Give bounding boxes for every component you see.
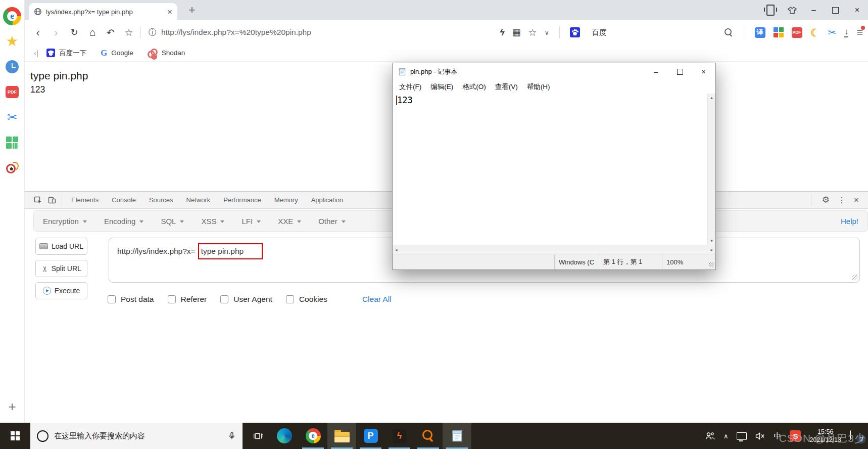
notepad-close-button[interactable]: × [692, 63, 715, 80]
help-link[interactable]: Help! [841, 217, 858, 226]
extensions-grid-icon[interactable] [774, 27, 784, 37]
taskbar-search-box[interactable]: 在这里输入你要搜索的内容 [30, 423, 243, 449]
bookmarks-toggle-icon[interactable]: ‹| [34, 49, 38, 57]
clear-all-link[interactable]: Clear All [362, 295, 392, 304]
menu-other[interactable]: Other [318, 217, 346, 226]
bookmark-star-icon[interactable]: ☆ [120, 27, 138, 38]
tab-sources[interactable]: Sources [142, 196, 180, 204]
scroll-up-icon[interactable]: ▴ [710, 95, 713, 100]
menu-xss[interactable]: XSS [201, 217, 224, 226]
sidebar-weibo-button[interactable] [2, 158, 22, 178]
scroll-right-icon[interactable]: ▸ [710, 247, 713, 252]
task-view-button[interactable] [246, 423, 270, 449]
new-tab-button[interactable]: + [184, 3, 200, 18]
menu-edit[interactable]: 编辑(E) [426, 82, 458, 92]
sidebar-screenshot-button[interactable]: ✂ [2, 107, 22, 127]
people-icon[interactable] [705, 432, 715, 440]
search-icon[interactable] [724, 28, 733, 37]
split-url-button[interactable]: ✂ Split URL [35, 260, 87, 277]
mobile-view-button[interactable] [759, 5, 781, 16]
active-tab[interactable]: lys/index.php?x= type pin.php × [29, 3, 177, 20]
horizontal-scrollbar[interactable]: ◂ ▸ [393, 245, 715, 254]
flash-icon[interactable]: ϟ [500, 28, 505, 37]
inspect-element-button[interactable] [31, 196, 45, 204]
microphone-icon[interactable] [228, 432, 236, 440]
sidebar-apps-button[interactable] [2, 132, 22, 153]
menu-help[interactable]: 帮助(H) [522, 82, 555, 92]
taskbar-edge-button[interactable] [270, 423, 299, 449]
forward-button[interactable]: › [47, 26, 65, 38]
notepad-text-area[interactable]: 123 ▴ ▾ [393, 94, 715, 245]
address-bar-url[interactable]: http://lys/index.php?x=%20type%20pin.php [161, 28, 311, 37]
tab-elements[interactable]: Elements [65, 196, 105, 204]
load-url-button[interactable]: Load URL [35, 238, 87, 255]
downloads-icon[interactable]: ↓ [844, 28, 848, 37]
tab-network[interactable]: Network [180, 196, 217, 204]
taskbar-file-explorer-button[interactable] [327, 423, 356, 449]
execute-button[interactable]: Execute [35, 282, 87, 299]
night-mode-icon[interactable]: ☾ [810, 27, 820, 38]
pdf-tool-icon[interactable]: PDF [792, 27, 802, 38]
kebab-menu-icon[interactable]: ⋮ [838, 195, 846, 205]
menu-lfi[interactable]: LFI [242, 217, 261, 226]
favorite-star-icon[interactable]: ☆ [528, 28, 537, 37]
taskbar-phpstudy-button[interactable]: P [356, 423, 385, 449]
search-engine-label[interactable]: 百度 [592, 28, 607, 37]
menu-sql[interactable]: SQL [161, 217, 184, 226]
notepad-title-bar[interactable]: pin.php - 记事本 – × [393, 63, 715, 80]
resize-grip[interactable] [706, 254, 715, 270]
site-info-icon[interactable]: ⓘ [149, 27, 157, 38]
menu-encryption[interactable]: Encryption [43, 217, 87, 226]
translate-icon[interactable]: 译 [755, 27, 765, 38]
vertical-scrollbar[interactable]: ▴ ▾ [707, 94, 715, 245]
browser-logo[interactable]: e [2, 6, 22, 26]
notepad-maximize-button[interactable] [668, 63, 692, 80]
restore-button[interactable] [825, 7, 846, 14]
notepad-minimize-button[interactable]: – [644, 63, 668, 80]
tab-console[interactable]: Console [105, 196, 142, 204]
tab-close-icon[interactable]: × [167, 8, 172, 16]
main-menu-icon[interactable]: ≡ [856, 27, 863, 38]
tab-performance[interactable]: Performance [217, 196, 267, 204]
home-button[interactable]: ⌂ [83, 26, 102, 38]
tab-application[interactable]: Application [305, 196, 350, 204]
start-button[interactable] [0, 423, 30, 449]
chevron-down-icon[interactable]: ∨ [545, 29, 550, 36]
referer-checkbox[interactable] [168, 295, 176, 303]
devtools-close-icon[interactable]: × [854, 196, 859, 204]
taskbar-notepad-button[interactable] [443, 423, 471, 449]
gear-icon[interactable]: ⚙ [822, 195, 830, 205]
menu-format[interactable]: 格式(O) [458, 82, 491, 92]
sidebar-history-button[interactable] [2, 57, 22, 77]
volume-muted-icon[interactable] [755, 432, 765, 440]
minimize-button[interactable]: – [803, 6, 825, 15]
undo-button[interactable]: ↶ [102, 27, 120, 38]
menu-file[interactable]: 文件(F) [395, 82, 426, 92]
bookmark-google[interactable]: G Google [101, 48, 133, 58]
scroll-down-icon[interactable]: ▾ [710, 238, 713, 243]
sidebar-add-button[interactable]: + [8, 399, 16, 415]
menu-view[interactable]: 查看(V) [491, 82, 522, 92]
bookmark-shodan[interactable]: Shodan [148, 49, 185, 58]
taskbar-burp-button[interactable]: ϟ [385, 423, 414, 449]
theme-button[interactable] [781, 6, 803, 14]
user-agent-checkbox[interactable] [220, 295, 228, 303]
sidebar-favorites-button[interactable]: ★ [2, 31, 22, 52]
menu-encoding[interactable]: Encoding [104, 217, 144, 226]
qr-code-icon[interactable]: ▦ [512, 28, 521, 37]
device-toolbar-button[interactable] [45, 196, 59, 204]
taskbar-search-tool-button[interactable] [414, 423, 443, 449]
cookies-checkbox[interactable] [286, 295, 294, 303]
taskbar-browser-button[interactable]: e [299, 423, 327, 449]
bookmark-baidu[interactable]: 百度一下 [46, 49, 86, 58]
back-button[interactable]: ‹ [29, 26, 47, 38]
close-button[interactable]: × [846, 6, 868, 15]
reload-button[interactable]: ↻ [65, 27, 83, 38]
menu-xxe[interactable]: XXE [278, 217, 301, 226]
scroll-left-icon[interactable]: ◂ [395, 247, 398, 252]
display-icon[interactable] [737, 432, 747, 440]
show-hidden-icons-chevron[interactable]: ∧ [724, 432, 729, 440]
tab-memory[interactable]: Memory [268, 196, 305, 204]
baidu-paw-icon[interactable] [570, 27, 580, 37]
screenshot-scissors-icon[interactable]: ✂ [828, 27, 836, 37]
